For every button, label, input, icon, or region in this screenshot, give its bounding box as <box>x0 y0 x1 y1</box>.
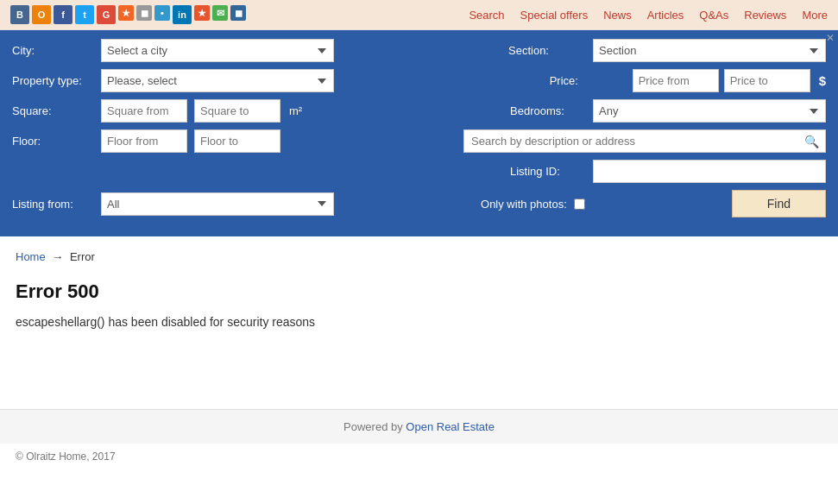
nav-link-special-offers[interactable]: Special offers <box>520 9 589 22</box>
property-type-label: Property type: <box>12 74 94 87</box>
breadcrumb-separator: → <box>52 250 63 263</box>
property-type-select[interactable]: Please, select <box>101 69 334 92</box>
breadcrumb: Home → Error <box>16 250 822 263</box>
price-from-input[interactable] <box>633 69 719 92</box>
listing-id-input[interactable] <box>593 160 826 183</box>
social-icons-group: В О f t G ★ ◼ • in ★ ✉ ◼ <box>10 5 246 24</box>
nav-link-reviews[interactable]: Reviews <box>744 9 786 22</box>
nav-link-qas[interactable]: Q&As <box>699 9 728 22</box>
linkedin-icon[interactable]: in <box>173 5 192 24</box>
square-unit: m² <box>289 104 302 117</box>
floor-to-input[interactable] <box>194 129 280 153</box>
search-desc-input[interactable] <box>463 129 826 153</box>
square-label: Square: <box>12 104 94 117</box>
section-select[interactable]: Section <box>593 39 826 62</box>
listing-from-label: Listing from: <box>12 198 94 211</box>
listing-id-label: Listing ID: <box>510 165 588 178</box>
nav-link-articles[interactable]: Articles <box>647 9 684 22</box>
breadcrumb-home-link[interactable]: Home <box>16 250 46 263</box>
listing-from-select[interactable]: All <box>101 192 334 216</box>
google-plus-icon[interactable]: G <box>97 5 116 24</box>
row-floor-search: Floor: 🔍 <box>12 129 826 153</box>
stumbleupon-icon[interactable]: ★ <box>194 5 210 21</box>
nav-link-more[interactable]: More <box>802 9 828 22</box>
bedrooms-label: Bedrooms: <box>510 104 588 117</box>
email-icon[interactable]: ✉ <box>212 5 228 21</box>
nav-link-search[interactable]: Search <box>469 9 504 22</box>
find-button[interactable]: Find <box>732 190 826 217</box>
section-label: Section: <box>508 44 586 57</box>
square-to-input[interactable] <box>194 99 280 123</box>
delicious-icon[interactable]: • <box>154 5 170 21</box>
rss-icon[interactable]: ★ <box>118 5 134 21</box>
square-from-input[interactable] <box>101 99 187 123</box>
powered-by-link[interactable]: Open Real Estate <box>406 420 495 433</box>
row-city-section: City: Select a city Section: Section ✕ <box>12 39 826 62</box>
price-label: Price: <box>550 74 627 87</box>
twitter-icon[interactable]: t <box>75 5 94 24</box>
error-message: escapeshellarg() has been disabled for s… <box>16 315 822 329</box>
digg-icon[interactable]: ◼ <box>230 5 246 21</box>
price-to-input[interactable] <box>724 69 810 92</box>
only-photos-checkbox[interactable] <box>574 198 585 210</box>
floor-label: Floor: <box>12 135 94 148</box>
only-photos-label: Only with photos: <box>481 198 567 211</box>
powered-by-text: Powered by <box>343 420 403 433</box>
bedrooms-select[interactable]: Any <box>593 99 826 123</box>
close-icon[interactable]: ✕ <box>826 32 835 44</box>
odnoklassniki-icon[interactable]: О <box>32 5 51 24</box>
breadcrumb-current: Error <box>70 250 95 263</box>
vk-icon[interactable]: В <box>10 5 29 24</box>
search-icon[interactable]: 🔍 <box>804 135 819 148</box>
row-listing-from-find: Listing from: All Only with photos: Find <box>12 190 826 217</box>
nav-link-news[interactable]: News <box>603 9 632 22</box>
floor-from-input[interactable] <box>101 129 187 153</box>
search-panel: City: Select a city Section: Section ✕ P… <box>0 30 838 236</box>
error-title: Error 500 <box>16 280 822 303</box>
price-currency: $ <box>819 73 826 88</box>
nav-links: Search Special offers News Articles Q&As… <box>469 9 828 22</box>
facebook-icon[interactable]: f <box>54 5 72 24</box>
city-select[interactable]: Select a city <box>101 39 334 62</box>
top-bar: В О f t G ★ ◼ • in ★ ✉ ◼ Search Special … <box>0 0 838 30</box>
footer-copyright: © Olraitz Home, 2017 <box>0 444 838 469</box>
row-property-price: Property type: Please, select Price: $ <box>12 69 826 92</box>
row-listing-id: Listing ID: <box>12 160 826 183</box>
row-square-bedrooms: Square: m² Bedrooms: Any <box>12 99 826 123</box>
search-desc-wrap: 🔍 <box>463 129 826 153</box>
city-label: City: <box>12 44 94 57</box>
footer-powered: Powered by Open Real Estate <box>0 409 838 444</box>
main-content: Home → Error Error 500 escapeshellarg() … <box>0 236 838 392</box>
myspace-icon[interactable]: ◼ <box>136 5 152 21</box>
